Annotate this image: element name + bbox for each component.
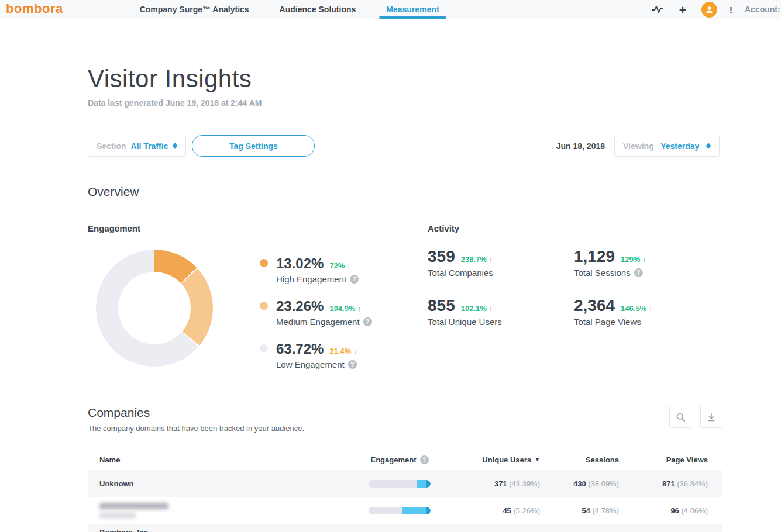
search-button[interactable] (669, 406, 691, 428)
current-date-label: Jun 18, 2018 (556, 141, 605, 151)
high-engagement-label: High Engagement (276, 274, 346, 284)
nav-tabs: Company Surge™ Analytics Audience Soluti… (125, 0, 455, 19)
chevron-updown-icon (173, 140, 177, 151)
tag-settings-button[interactable]: Tag Settings (192, 135, 315, 157)
account-menu[interactable]: Account: (745, 5, 781, 14)
activity-section: Activity 359 238.7% ↑ Total Companies? 1… (404, 223, 720, 369)
companies-section: Companies The company domains that have … (88, 406, 722, 532)
overview-panel: Engagement 13.02% 72% ↑ High Engagement? (88, 223, 722, 369)
engagement-bar (369, 480, 431, 488)
download-button[interactable] (700, 406, 722, 428)
column-unique-users[interactable]: Unique Users▼ (443, 455, 540, 464)
bombora-logo[interactable]: bombora (0, 1, 69, 16)
companies-subtitle: The company domains that have been track… (88, 424, 722, 433)
stat-total-page-views: 2,364 146.5% ↑ Total Page Views? (574, 296, 720, 327)
companies-heading: Companies (88, 406, 722, 420)
low-engagement-dot (260, 344, 268, 353)
viewing-select-value: Yesterday (660, 141, 699, 151)
help-icon[interactable]: ? (348, 360, 357, 369)
high-engagement-value: 13.02% (276, 255, 324, 272)
chevron-updown-icon (706, 140, 711, 151)
viewing-select[interactable]: Viewing Yesterday (614, 136, 720, 157)
tab-measurement[interactable]: Measurement (371, 0, 454, 19)
company-name: Bombora, Inc. (99, 528, 356, 532)
viewing-select-label: Viewing (623, 141, 654, 151)
section-select-label: Section (97, 141, 126, 151)
nav-right-group: + ! Account: (651, 0, 781, 19)
high-engagement-change: 72% ↑ (329, 261, 350, 270)
engagement-donut (96, 250, 213, 367)
add-icon[interactable]: + (676, 3, 689, 16)
table-row[interactable]: 45 (5.26%) 54 (4.78%) 96 (4.06%) (88, 497, 722, 524)
low-engagement-change: 21.4% ↓ (329, 347, 357, 355)
legend-item-medium: 23.26% 104.9% ↑ Medium Engagement? (260, 298, 372, 327)
low-engagement-value: 63.72% (276, 341, 324, 357)
medium-engagement-label: Medium Engagement (276, 317, 360, 327)
page-title: Visitor Insights (88, 65, 722, 93)
low-engagement-label: Low Engagement (276, 360, 345, 369)
controls-row: Section All Traffic Tag Settings Jun 18,… (88, 135, 722, 157)
activity-label: Activity (428, 223, 720, 233)
column-page-views[interactable]: Page Views (619, 455, 708, 464)
controls-right-group: Jun 18, 2018 Viewing Yesterday (556, 136, 720, 157)
help-icon[interactable]: ? (420, 455, 429, 464)
high-engagement-dot (260, 259, 268, 267)
tab-company-surge-analytics[interactable]: Company Surge™ Analytics (125, 0, 264, 19)
top-nav: bombora Company Surge™ Analytics Audienc… (0, 0, 781, 19)
section-select-value: All Traffic (131, 141, 168, 151)
alerts-icon[interactable]: ! (730, 5, 732, 15)
sort-desc-icon: ▼ (535, 457, 540, 462)
help-icon[interactable]: ? (363, 317, 372, 326)
company-name: Unknown (99, 479, 356, 488)
activity-pulse-icon[interactable] (651, 3, 664, 16)
stat-total-unique-users: 855 102.1% ↑ Total Unique Users? (428, 296, 574, 327)
column-sessions[interactable]: Sessions (540, 455, 619, 464)
medium-engagement-value: 23.26% (276, 298, 324, 315)
companies-table: Name Engagement? Unique Users▼ Sessions … (88, 449, 722, 532)
legend-item-high: 13.02% 72% ↑ High Engagement? (260, 255, 372, 284)
stat-total-companies: 359 238.7% ↑ Total Companies? (428, 247, 574, 278)
redacted-company-name (99, 503, 356, 518)
last-generated-text: Data last generated June 19, 2018 at 2:4… (88, 98, 722, 108)
column-name[interactable]: Name (99, 455, 356, 464)
user-avatar[interactable] (701, 2, 717, 18)
medium-engagement-change: 104.9% ↑ (329, 304, 361, 313)
legend-item-low: 63.72% 21.4% ↓ Low Engagement? (260, 341, 372, 369)
table-row[interactable]: Bombora, Inc. bombora.com 28 (3.27%) 62 … (88, 524, 722, 532)
section-select[interactable]: Section All Traffic (88, 136, 186, 157)
help-icon[interactable]: ? (350, 275, 359, 284)
engagement-bar (369, 507, 431, 514)
table-header: Name Engagement? Unique Users▼ Sessions … (88, 449, 722, 470)
medium-engagement-dot (260, 302, 268, 310)
engagement-legend: 13.02% 72% ↑ High Engagement? 23.26% 104… (260, 255, 372, 369)
engagement-label: Engagement (88, 223, 404, 233)
column-engagement[interactable]: Engagement? (356, 455, 443, 464)
overview-heading: Overview (88, 185, 722, 199)
help-icon[interactable]: ? (634, 268, 643, 277)
engagement-section: Engagement 13.02% 72% ↑ High Engagement? (88, 223, 404, 369)
tab-audience-solutions[interactable]: Audience Solutions (264, 0, 371, 19)
table-row[interactable]: Unknown 371 (43.39%) 430 (38.09%) 871 (3… (88, 470, 722, 497)
stat-total-sessions: 1,129 129% ↑ Total Sessions? (574, 247, 720, 278)
